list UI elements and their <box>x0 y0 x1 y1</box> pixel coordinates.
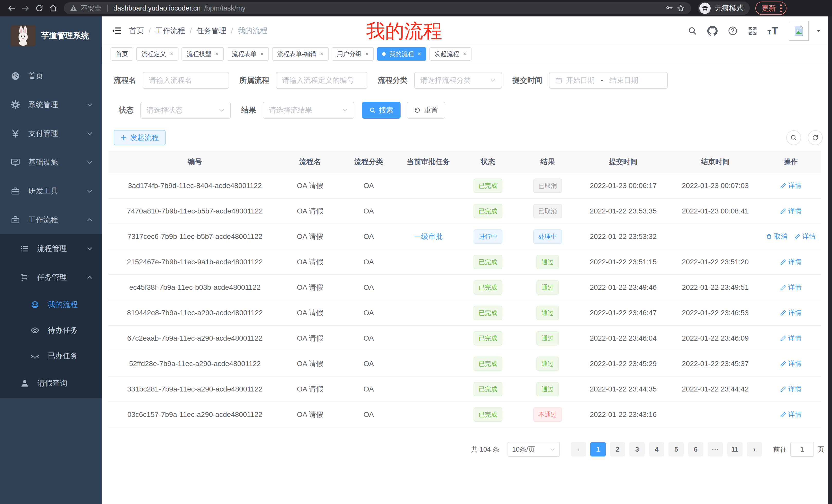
process-name-input[interactable] <box>143 72 229 89</box>
close-icon[interactable]: × <box>215 51 218 57</box>
browser-forward-icon[interactable] <box>19 1 32 15</box>
sidebar-item-pay[interactable]: 支付管理 <box>0 119 102 148</box>
topbar: 首页 / 工作流程 / 任务管理 / 我的流程 <box>102 17 832 45</box>
avatar[interactable] <box>789 21 809 41</box>
breadcrumb-item[interactable]: 首页 <box>129 26 144 36</box>
gear-icon <box>11 100 20 109</box>
cell-current-task: 一级审批 <box>398 232 458 242</box>
result-select[interactable]: 请选择流结果 <box>263 102 354 119</box>
page-button[interactable]: 5 <box>669 442 684 456</box>
close-icon[interactable]: × <box>418 51 421 57</box>
sidebar-item-leave-query[interactable]: 请假查询 <box>0 369 102 398</box>
breadcrumb-item[interactable]: 任务管理 <box>197 26 226 36</box>
detail-link[interactable]: 详情 <box>780 181 802 190</box>
sidebar-item-todo[interactable]: 待办任务 <box>0 317 102 343</box>
detail-link[interactable]: 详情 <box>780 385 802 394</box>
person-icon <box>20 379 29 388</box>
close-icon[interactable]: × <box>320 51 323 57</box>
sidebar-item-done[interactable]: 已办任务 <box>0 343 102 369</box>
close-icon[interactable]: × <box>365 51 369 57</box>
detail-link[interactable]: 详情 <box>780 257 802 267</box>
process-definition-input[interactable] <box>276 72 367 89</box>
key-icon[interactable] <box>666 4 673 12</box>
close-icon[interactable]: × <box>260 51 264 57</box>
status-badge: 进行中 <box>474 229 502 244</box>
cancel-link[interactable]: 取消 <box>766 232 787 241</box>
help-icon[interactable] <box>728 26 738 36</box>
current-task-link[interactable]: 一级审批 <box>414 232 443 242</box>
tab-process-form-edit[interactable]: 流程表单-编辑× <box>272 47 329 61</box>
detail-link[interactable]: 详情 <box>780 334 802 343</box>
sidebar-item-system[interactable]: 系统管理 <box>0 90 102 119</box>
caret-down-icon[interactable] <box>815 28 822 34</box>
update-button[interactable]: 更新 <box>755 2 786 15</box>
font-size-icon[interactable]: тT <box>768 25 779 37</box>
detail-link[interactable]: 详情 <box>780 308 802 317</box>
close-icon[interactable]: × <box>463 51 466 57</box>
tab-process-form[interactable]: 流程表单× <box>227 47 269 61</box>
end-date-placeholder[interactable]: 结束日期 <box>609 76 638 85</box>
reset-button[interactable]: 重置 <box>407 102 445 119</box>
sidebar-item-my-process[interactable]: 我的流程 <box>0 292 102 317</box>
tab-process-definition[interactable]: 流程定义× <box>136 47 178 61</box>
browser-reload-icon[interactable] <box>32 1 46 15</box>
detail-link[interactable]: 详情 <box>780 206 802 216</box>
page-button[interactable]: 2 <box>610 442 625 456</box>
close-icon[interactable]: × <box>170 51 173 57</box>
detail-link[interactable]: 详情 <box>780 410 802 419</box>
cell-name: OA 请假 <box>281 410 339 419</box>
tab-start-process[interactable]: 发起流程× <box>430 47 471 61</box>
browser-home-icon[interactable] <box>46 1 60 15</box>
detail-link[interactable]: 详情 <box>794 232 816 241</box>
github-icon[interactable] <box>707 26 718 36</box>
next-page-button[interactable]: › <box>747 442 762 456</box>
tab-home[interactable]: 首页 <box>110 47 133 61</box>
browser-menu-icon[interactable] <box>780 4 782 12</box>
prev-page-button[interactable]: ‹ <box>571 442 586 456</box>
search-button[interactable]: 搜索 <box>362 102 400 119</box>
tab-my-process[interactable]: 我的流程× <box>377 47 426 61</box>
page-size-select[interactable]: 10条/页 <box>508 442 560 457</box>
search-icon[interactable] <box>688 26 697 35</box>
address-bar[interactable]: 不安全 dashboard.yudao.iocoder.cn/bpm/task/… <box>64 2 691 14</box>
cell-submit-time: 2022-01-22 23:46:04 <box>577 334 669 342</box>
chevron-up-icon <box>86 274 93 281</box>
sidebar-collapse-icon[interactable] <box>111 26 122 36</box>
page-button[interactable]: 6 <box>688 442 703 456</box>
sidebar-item-infra[interactable]: 基础设施 <box>0 148 102 177</box>
tab-process-model[interactable]: 流程模型× <box>182 47 224 61</box>
more-pages-button[interactable]: ··· <box>707 442 723 456</box>
goto-page-input[interactable] <box>790 442 814 457</box>
sidebar-item-task-mgmt[interactable]: 任务管理 <box>0 263 102 292</box>
detail-link[interactable]: 详情 <box>780 283 802 292</box>
browser-chrome: 不安全 dashboard.yudao.iocoder.cn/bpm/task/… <box>0 0 832 17</box>
page-button[interactable]: 1 <box>590 442 606 456</box>
process-name-input-field[interactable] <box>149 76 223 85</box>
sidebar-item-dev[interactable]: 研发工具 <box>0 177 102 205</box>
process-definition-input-field[interactable] <box>282 76 361 85</box>
category-select[interactable]: 请选择流程分类 <box>414 72 502 89</box>
bookmark-star-icon[interactable] <box>677 4 685 12</box>
sidebar-menu: 首页 系统管理 支付管理 基础设施 <box>0 55 102 398</box>
page-button[interactable]: 11 <box>727 442 743 456</box>
sidebar-item-label: 请假查询 <box>37 378 93 388</box>
table-search-toggle-button[interactable] <box>786 130 801 145</box>
browser-back-icon[interactable] <box>5 1 19 15</box>
tab-user-group[interactable]: 用户分组× <box>332 47 374 61</box>
sidebar-item-workflow[interactable]: 工作流程 <box>0 205 102 234</box>
fullscreen-icon[interactable] <box>748 26 757 35</box>
result-badge: 不通过 <box>533 408 562 422</box>
page-button[interactable]: 3 <box>629 442 645 456</box>
submit-time-range-picker[interactable]: 开始日期 - 结束日期 <box>549 72 668 89</box>
cell-name: OA 请假 <box>281 359 339 369</box>
start-process-button[interactable]: 发起流程 <box>114 130 165 145</box>
table-refresh-button[interactable] <box>808 130 823 145</box>
start-date-placeholder[interactable]: 开始日期 <box>566 76 595 85</box>
breadcrumb-item[interactable]: 工作流程 <box>155 26 185 36</box>
status-select[interactable]: 请选择状态 <box>140 102 231 119</box>
sidebar-item-home[interactable]: 首页 <box>0 62 102 90</box>
page-button[interactable]: 4 <box>649 442 665 456</box>
sidebar-item-process-mgmt[interactable]: 流程管理 <box>0 234 102 263</box>
detail-link[interactable]: 详情 <box>780 359 802 368</box>
vertical-scrollbar[interactable] <box>828 17 832 504</box>
